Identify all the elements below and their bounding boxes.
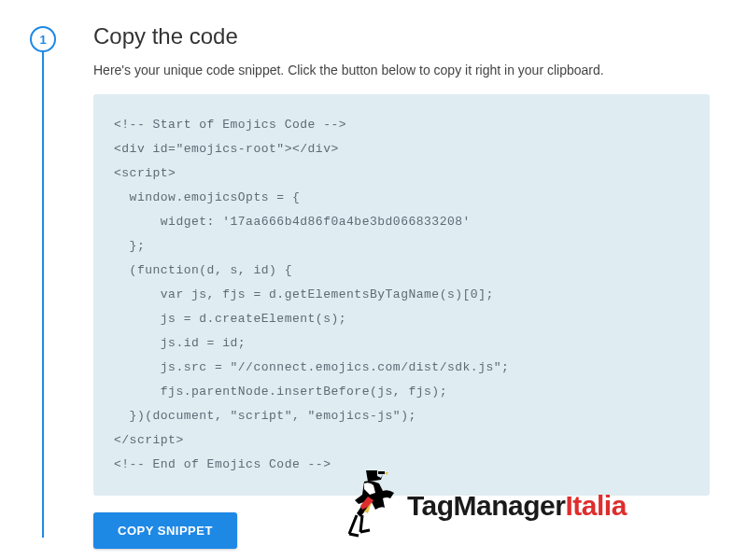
woodpecker-icon xyxy=(336,469,402,543)
step-description: Here's your unique code snippet. Click t… xyxy=(93,63,710,77)
logo-text-part2: Italia xyxy=(565,490,626,521)
step-title: Copy the code xyxy=(93,23,710,49)
svg-rect-1 xyxy=(378,471,385,474)
step-number: 1 xyxy=(39,33,46,47)
copy-snippet-button[interactable]: COPY SNIPPET xyxy=(93,512,237,549)
brand-logo: TagManagerItalia xyxy=(336,469,627,543)
logo-text-part1: TagManager xyxy=(407,490,565,521)
svg-line-4 xyxy=(349,534,359,536)
svg-line-6 xyxy=(360,530,370,532)
svg-marker-2 xyxy=(385,472,388,475)
step-timeline-line xyxy=(42,52,44,538)
step-number-badge: 1 xyxy=(30,26,56,52)
svg-line-3 xyxy=(349,515,357,534)
svg-line-5 xyxy=(360,515,362,532)
code-snippet-box: <!-- Start of Emojics Code --> <div id="… xyxy=(93,94,710,496)
logo-text: TagManagerItalia xyxy=(407,490,627,522)
